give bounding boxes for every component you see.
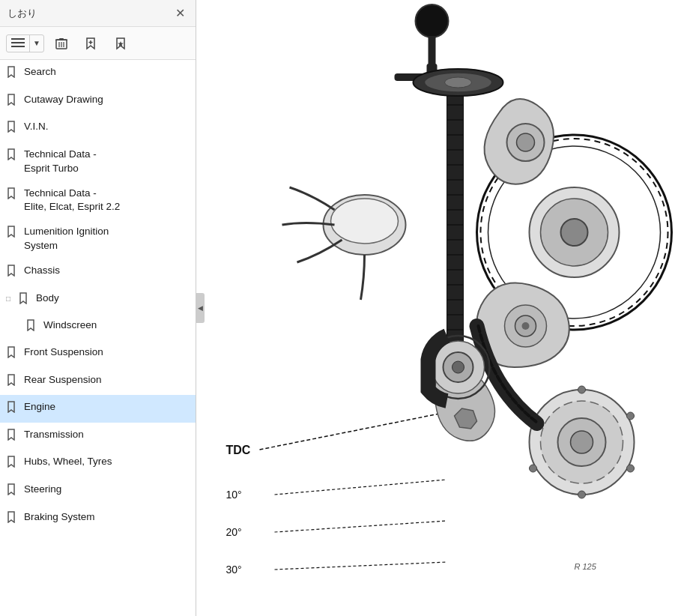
bookmark-icon (18, 292, 28, 304)
bookmark-label-search: Search (24, 65, 56, 79)
bookmark-label-engine: Engine (24, 400, 55, 414)
bookmark-icon-svg (6, 483, 19, 500)
bookmark-icon-svg (6, 346, 19, 363)
svg-rect-5 (55, 39, 67, 40)
bookmark-icon-svg (6, 401, 19, 417)
bookmark-label-technical-data-esprit: Technical Data -Esprit Turbo (24, 148, 97, 176)
bookmark-label-braking-system: Braking System (24, 510, 95, 525)
bookmark-label-body: Body (36, 292, 59, 306)
bookmark-icon (6, 148, 16, 160)
bookmark-icon (6, 265, 16, 277)
bookmark-item-lumenition[interactable]: Lumenition IgnitionSystem (0, 220, 196, 259)
bookmark-item-steering[interactable]: Steering (0, 477, 196, 505)
bookmark-icon-svg (18, 292, 31, 309)
bookmark-item-search[interactable]: Search (0, 60, 196, 88)
list-dropdown-button[interactable]: ▼ (30, 37, 43, 49)
svg-point-74 (452, 361, 464, 373)
nested-bookmark-icon (25, 319, 36, 331)
bookmark-icon (6, 456, 16, 468)
bookmark-label-vin: V.I.N. (24, 120, 49, 134)
bookmark-item-technical-data-esprit[interactable]: Technical Data -Esprit Turbo (0, 142, 196, 181)
bookmark-icon (6, 187, 16, 199)
bookmark-item-chassis[interactable]: Chassis (0, 259, 196, 286)
bookmark-icon-svg (6, 121, 19, 137)
list-icon (11, 37, 25, 49)
svg-rect-0 (11, 38, 25, 40)
bookmark-label-windscreen: Windscreen (43, 318, 97, 333)
svg-point-21 (561, 219, 588, 246)
list-button-group: ▼ (6, 34, 44, 52)
bookmark-item-rear-suspension[interactable]: Rear Suspension (0, 368, 196, 396)
add-bookmark-button[interactable] (79, 34, 103, 53)
sidebar: しおり ✕ ▼ (0, 0, 196, 616)
bookmark-icon-svg (25, 319, 39, 335)
svg-point-47 (517, 133, 535, 151)
bookmark-label-technical-data-elite: Technical Data -Elite, Elcat, Esprit 2.2 (24, 187, 120, 215)
bookmark-icon-svg (6, 148, 19, 165)
svg-point-56 (627, 412, 635, 420)
bookmark-label-rear-suspension: Rear Suspension (24, 373, 102, 387)
svg-text:20°: 20° (226, 526, 242, 538)
svg-text:TDC: TDC (226, 444, 251, 456)
bookmark-label-front-suspension: Front Suspension (24, 345, 103, 360)
bookmark-item-body[interactable]: □ Body (0, 286, 196, 314)
star-icon (114, 37, 127, 50)
bookmark-item-braking-system[interactable]: Braking System (0, 505, 196, 533)
trash-icon (55, 37, 67, 50)
document-svg: TDC 10° 20° 30° R 125 (196, 0, 675, 616)
svg-rect-1 (11, 42, 25, 43)
bookmark-icon-svg (6, 265, 19, 281)
bookmark-icon (6, 94, 16, 106)
bookmark-icon-svg (6, 94, 19, 110)
svg-point-54 (571, 431, 593, 453)
bookmark-item-front-suspension[interactable]: Front Suspension (0, 340, 196, 368)
svg-point-50 (522, 322, 530, 330)
bookmark-label-chassis: Chassis (24, 264, 60, 278)
sidebar-toolbar: ▼ (0, 27, 196, 60)
bookmark-icon-svg (6, 511, 19, 528)
bookmark-list: Search Cutaway Drawing V.I.N. Technical … (0, 60, 196, 616)
bookmark-icon-svg (6, 226, 19, 242)
svg-point-45 (331, 199, 399, 244)
bookmark-label-hubs-wheel-tyres: Hubs, Wheel, Tyres (24, 455, 112, 469)
bookmark-icon (6, 374, 16, 386)
bookmark-label-transmission: Transmission (24, 428, 84, 442)
bookmark-item-hubs-wheel-tyres[interactable]: Hubs, Wheel, Tyres (0, 450, 196, 477)
svg-text:R 125: R 125 (575, 562, 597, 571)
bookmark-item-engine[interactable]: Engine (0, 395, 196, 423)
svg-point-58 (578, 491, 586, 498)
bookmark-icon (6, 346, 16, 358)
bookmark-icon-svg (6, 66, 19, 82)
star-bookmark-button[interactable] (109, 34, 133, 53)
bookmark-icon (6, 121, 16, 133)
bookmark-label-lumenition: Lumenition IgnitionSystem (24, 225, 109, 253)
bookmark-icon-svg (6, 456, 19, 472)
bookmark-item-vin[interactable]: V.I.N. (0, 115, 196, 142)
svg-point-59 (530, 465, 537, 472)
sidebar-collapse-handle[interactable]: ◀ (196, 293, 205, 323)
collapse-icon: ◀ (198, 304, 203, 312)
bookmark-icon (6, 483, 16, 495)
bookmark-label-steering: Steering (24, 483, 61, 497)
svg-text:30°: 30° (226, 564, 242, 576)
delete-bookmark-button[interactable] (50, 34, 73, 53)
bookmark-item-transmission[interactable]: Transmission (0, 423, 196, 450)
svg-point-55 (578, 386, 586, 393)
bookmark-item-windscreen[interactable]: Windscreen (0, 313, 196, 340)
bookmark-icon (6, 226, 16, 238)
svg-text:10°: 10° (226, 489, 242, 501)
svg-point-12 (416, 4, 449, 37)
close-button[interactable]: ✕ (172, 4, 188, 22)
bookmark-icon-svg (6, 187, 19, 204)
add-bookmark-icon (84, 37, 97, 50)
svg-point-43 (445, 77, 472, 88)
bookmark-icon (6, 429, 16, 441)
bookmark-icon-svg (6, 374, 19, 390)
list-view-button[interactable] (7, 35, 30, 52)
bookmark-icon-svg (6, 429, 19, 445)
bookmark-item-technical-data-elite[interactable]: Technical Data -Elite, Elcat, Esprit 2.2 (0, 181, 196, 220)
bookmark-icon (6, 66, 16, 78)
bookmark-item-cutaway-drawing[interactable]: Cutaway Drawing (0, 88, 196, 115)
bookmark-icon (6, 511, 16, 523)
bookmark-label-cutaway-drawing: Cutaway Drawing (24, 93, 103, 107)
